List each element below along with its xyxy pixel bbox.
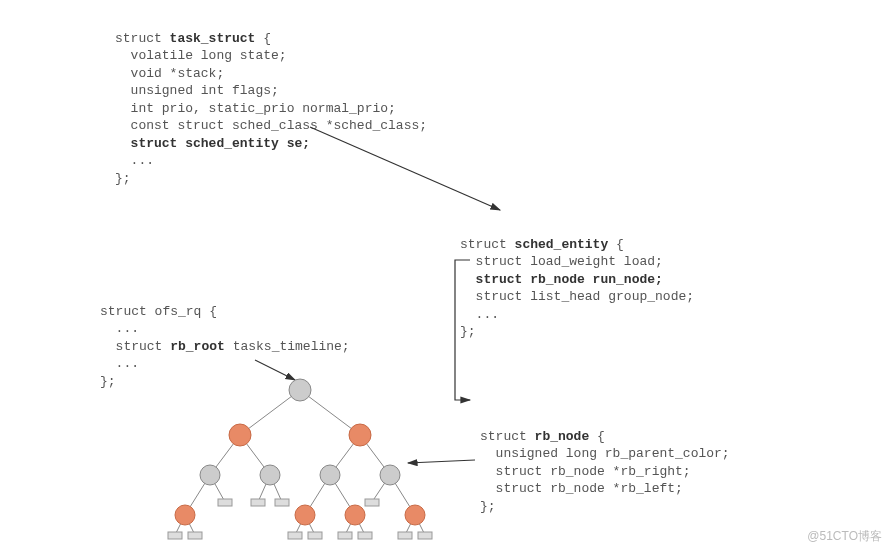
svg-line-15: [185, 515, 195, 535]
nil-leaf: [218, 499, 232, 506]
line-se: struct sched_entity se;: [115, 136, 310, 151]
tree-node: [260, 465, 280, 485]
tree-node: [295, 505, 315, 525]
svg-line-11: [330, 475, 355, 515]
svg-line-1: [300, 390, 360, 435]
svg-line-19: [355, 515, 365, 535]
tree-node: [345, 505, 365, 525]
line: struct list_head group_node;: [460, 289, 694, 304]
svg-line-14: [175, 515, 185, 535]
nil-leaf: [288, 532, 302, 539]
line: struct rb_node *rb_right;: [480, 464, 691, 479]
svg-line-9: [270, 475, 282, 502]
svg-line-6: [185, 475, 210, 515]
kw: struct: [100, 339, 170, 354]
line: };: [115, 171, 131, 186]
line: unsigned int flags;: [115, 83, 279, 98]
line: ...: [100, 321, 139, 336]
arrow-rbnode-to-tree: [408, 460, 475, 463]
line: unsigned long rb_parent_color;: [480, 446, 730, 461]
nil-leaf: [418, 532, 432, 539]
svg-line-21: [415, 515, 425, 535]
tree-node: [349, 424, 371, 446]
rb-node-name: rb_node: [535, 429, 590, 444]
nil-leaf: [168, 532, 182, 539]
line: };: [100, 374, 116, 389]
kw: struct: [460, 237, 515, 252]
svg-line-2: [210, 435, 240, 475]
rb-node-code: struct rb_node { unsigned long rb_parent…: [480, 410, 730, 515]
kw: struct: [480, 429, 535, 444]
brace: {: [255, 31, 271, 46]
svg-line-20: [405, 515, 415, 535]
svg-line-5: [360, 435, 390, 475]
line: int prio, static_prio normal_prio;: [115, 101, 396, 116]
nil-leaf: [338, 532, 352, 539]
brace: {: [608, 237, 624, 252]
rb-root-name: rb_root: [170, 339, 225, 354]
svg-line-3: [240, 435, 270, 475]
nil-leaf: [308, 532, 322, 539]
task-struct-name: task_struct: [170, 31, 256, 46]
svg-line-12: [372, 475, 390, 502]
svg-line-7: [210, 475, 225, 502]
sched-entity-name: sched_entity: [515, 237, 609, 252]
line: ...: [460, 307, 499, 322]
tree-node: [200, 465, 220, 485]
ofs-rq-code: struct ofs_rq { ... struct rb_root tasks…: [100, 285, 350, 390]
tree-node: [229, 424, 251, 446]
brace: {: [589, 429, 605, 444]
svg-line-13: [390, 475, 415, 515]
kw: struct: [115, 31, 170, 46]
tree-node: [175, 505, 195, 525]
line: struct ofs_rq {: [100, 304, 217, 319]
nil-leaf: [358, 532, 372, 539]
nil-leaf: [275, 499, 289, 506]
line: ...: [115, 153, 154, 168]
rest: tasks_timeline;: [225, 339, 350, 354]
task-struct-code: struct task_struct { volatile long state…: [115, 12, 427, 187]
line: ...: [100, 356, 139, 371]
tree-edges: [175, 390, 425, 535]
tree-node: [320, 465, 340, 485]
line: volatile long state;: [115, 48, 287, 63]
line: void *stack;: [115, 66, 224, 81]
line: struct rb_node *rb_left;: [480, 481, 683, 496]
nil-leaf: [398, 532, 412, 539]
svg-line-17: [305, 515, 315, 535]
line: struct load_weight load;: [460, 254, 663, 269]
nil-leaf: [251, 499, 265, 506]
svg-line-10: [305, 475, 330, 515]
tree-node: [405, 505, 425, 525]
sched-entity-code: struct sched_entity { struct load_weight…: [460, 218, 694, 341]
line: };: [480, 499, 496, 514]
svg-line-16: [295, 515, 305, 535]
line: };: [460, 324, 476, 339]
rb-tree: [168, 379, 432, 539]
svg-line-18: [345, 515, 355, 535]
watermark-text: @51CTO博客: [807, 528, 882, 544]
tree-node: [380, 465, 400, 485]
nil-leaf: [365, 499, 379, 506]
line: const struct sched_class *sched_class;: [115, 118, 427, 133]
line-rbnode: struct rb_node run_node;: [460, 272, 663, 287]
nil-leaf: [188, 532, 202, 539]
svg-line-0: [240, 390, 300, 435]
svg-line-4: [330, 435, 360, 475]
svg-line-8: [258, 475, 270, 502]
